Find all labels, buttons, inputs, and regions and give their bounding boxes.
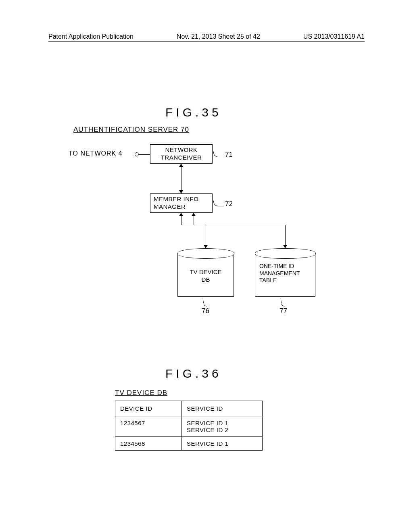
ref-72: 72 xyxy=(225,200,233,208)
network-tranceiver-label: NETWORK TRANCEIVER xyxy=(161,146,202,162)
tv-device-db-table: DEVICE ID SERVICE ID 1234567 SERVICE ID … xyxy=(115,401,263,451)
page-header: Patent Application Publication Nov. 21, … xyxy=(0,33,413,40)
header-right: US 2013/0311619 A1 xyxy=(303,33,365,40)
arrow-up-icon xyxy=(192,213,196,216)
table-header-service-id: SERVICE ID xyxy=(182,401,263,416)
one-time-id-table-cylinder: ONE-TIME ID MANAGEMENT TABLE xyxy=(255,253,315,297)
member-info-manager-label: MEMBER INFO MANAGER xyxy=(154,195,198,211)
ref-71: 71 xyxy=(225,151,233,159)
table-cell: 1234568 xyxy=(115,437,182,451)
table-cell: SERVICE ID 1 xyxy=(182,437,263,451)
arrow-up-icon xyxy=(179,213,183,216)
ref-leader-71 xyxy=(213,152,224,157)
connector xyxy=(181,164,181,193)
ref-76: 76 xyxy=(202,307,209,315)
ref-leader-76 xyxy=(202,297,209,307)
header-left: Patent Application Publication xyxy=(48,33,133,40)
connector xyxy=(139,154,150,155)
table-row: 1234567 SERVICE ID 1 SERVICE ID 2 xyxy=(115,416,263,437)
fig35-subtitle: AUTHENTIFICATION SERVER 70 xyxy=(73,126,189,134)
arrow-up-icon xyxy=(179,164,183,167)
ref-leader-77 xyxy=(280,297,287,307)
to-network-label: TO NETWORK 4 xyxy=(69,150,123,157)
fig36-subtitle: TV DEVICE DB xyxy=(115,389,167,397)
connector xyxy=(194,225,285,225)
ref-77: 77 xyxy=(280,307,287,315)
table-header-row: DEVICE ID SERVICE ID xyxy=(115,401,263,416)
tv-device-db-label: TV DEVICE DB xyxy=(178,268,234,284)
header-rule xyxy=(48,41,365,42)
network-tranceiver-box: NETWORK TRANCEIVER xyxy=(150,144,213,164)
arrow-down-icon xyxy=(179,190,183,193)
table-cell: SERVICE ID 1 SERVICE ID 2 xyxy=(182,416,263,437)
one-time-id-table-label: ONE-TIME ID MANAGEMENT TABLE xyxy=(255,263,315,284)
arrow-down-icon xyxy=(204,245,208,248)
member-info-manager-box: MEMBER INFO MANAGER xyxy=(150,193,213,213)
fig35-title: FIG.35 xyxy=(165,106,222,119)
network-port-icon xyxy=(135,152,139,156)
arrow-down-icon xyxy=(283,245,287,248)
fig36-title: FIG.36 xyxy=(165,367,222,380)
table-header-device-id: DEVICE ID xyxy=(115,401,182,416)
tv-device-db-cylinder: TV DEVICE DB xyxy=(177,253,234,297)
ref-leader-72 xyxy=(213,201,224,206)
table-cell: 1234567 xyxy=(115,416,182,437)
header-center: Nov. 21, 2013 Sheet 25 of 42 xyxy=(177,33,260,40)
table-row: 1234568 SERVICE ID 1 xyxy=(115,437,263,451)
